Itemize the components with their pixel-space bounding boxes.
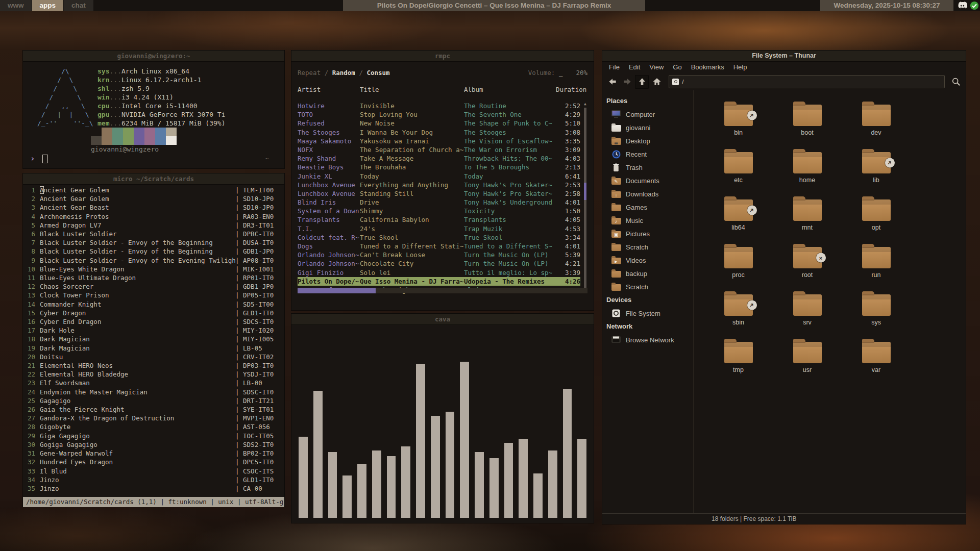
queue-row-playing[interactable]: Pilots On Dope/~Que Isso Menina - DJ Far…: [298, 277, 580, 286]
queue-row[interactable]: The StoogesI Wanna Be Your DogThe Stooge…: [298, 128, 580, 137]
queue-scrollbar[interactable]: ▲ ▼: [583, 102, 587, 294]
menu-bookmarks[interactable]: Bookmarks: [687, 62, 729, 73]
place-downloads[interactable]: ↓Downloads: [602, 187, 693, 201]
rmpc-progress-bar[interactable]: [298, 288, 587, 293]
terminal-window-title[interactable]: giovanni@wingzero:~: [23, 51, 284, 62]
editor-line: 27Gandora-X the Dragon of Destruction| M…: [27, 414, 279, 422]
queue-row[interactable]: Maaya SakamotoYakusoku wa IranaiThe Visi…: [298, 137, 580, 145]
place-recent[interactable]: Recent: [602, 147, 693, 161]
place-giovanni[interactable]: giovanni: [602, 121, 693, 134]
place-desktop[interactable]: ▃Desktop: [602, 134, 693, 147]
rmpc-modes[interactable]: Repeat / Random / Consum: [298, 68, 390, 77]
rmpc-column-headers: ArtistTitleAlbumDuration: [298, 85, 587, 94]
search-button[interactable]: [949, 75, 963, 89]
place-backup[interactable]: backup: [602, 267, 693, 280]
column-header-duration[interactable]: Duration: [556, 85, 586, 94]
folder-icon: [724, 152, 753, 173]
queue-row[interactable]: Coldcut feat. R~True SkoolTrue Skool3:34: [298, 233, 580, 242]
place-scratch[interactable]: Scratch: [602, 280, 693, 293]
place-trash[interactable]: Trash: [602, 161, 693, 174]
folder-item-lib[interactable]: ➔lib: [842, 151, 911, 198]
folder-item-root[interactable]: ×root: [773, 246, 842, 293]
folder-item-sbin[interactable]: ➔sbin: [704, 293, 773, 341]
micro-editor[interactable]: 1Ancient Gear Golem| TLM-IT002Ancient Ge…: [23, 185, 284, 497]
scrollbar-thumb[interactable]: [584, 183, 586, 200]
queue-row[interactable]: Orlando Johnson~Can't Break LooseTurn th…: [298, 251, 580, 259]
workspace-tab-www[interactable]: www: [0, 0, 32, 11]
queue-row[interactable]: Remy ShandTake A MessageThrowback Hits: …: [298, 154, 580, 163]
folder-item-etc[interactable]: etc: [704, 151, 773, 198]
queue-row[interactable]: T.I.24'sTrap Muzik4:53: [298, 224, 580, 233]
folder-item-var[interactable]: var: [842, 341, 911, 388]
back-button[interactable]: [605, 75, 619, 89]
device-file-system[interactable]: File System: [602, 307, 693, 320]
folder-item-opt[interactable]: opt: [842, 198, 911, 246]
queue-row[interactable]: Beastie BoysThe BrouhahaTo The 5 Borough…: [298, 163, 580, 171]
place-pictures[interactable]: ▣Pictures: [602, 227, 693, 240]
workspace-tab-chat[interactable]: chat: [64, 0, 93, 11]
menu-help[interactable]: Help: [729, 62, 752, 73]
mode-consum[interactable]: Consum: [366, 69, 389, 77]
scroll-up-icon[interactable]: ▲: [583, 102, 587, 107]
updates-ok-icon[interactable]: [970, 1, 979, 10]
queue-row[interactable]: Junkie XLTodayToday6:41: [298, 172, 580, 181]
column-header-title[interactable]: Title: [360, 85, 464, 94]
folder-item-sys[interactable]: sys: [842, 293, 911, 341]
folder-item-lib64[interactable]: ➔lib64: [704, 198, 773, 246]
workspace-tab-apps[interactable]: apps: [32, 0, 64, 11]
folder-item-proc[interactable]: proc: [704, 246, 773, 293]
queue-row[interactable]: DogsTuned to a Different Stati~Tuned to …: [298, 242, 580, 251]
up-button[interactable]: [635, 75, 649, 89]
palette-swatch: [123, 136, 134, 145]
folder-item-dev[interactable]: dev: [842, 104, 911, 151]
queue-row[interactable]: TOTOStop Loving YouThe Seventh One4:29: [298, 110, 580, 119]
queue-row[interactable]: NOFXThe Separation of Church a~The War o…: [298, 145, 580, 154]
micro-status-left: /home/giovanni/Scratch/cards (1,1) | ft:…: [26, 497, 264, 507]
network-browse-network[interactable]: Browse Network: [602, 333, 693, 346]
terminal-content[interactable]: /\sys...Arch Linux x86_64 / \krn...Linux…: [23, 62, 284, 164]
queue-row[interactable]: HotwireInvisibleThe Routine2:52: [298, 102, 580, 110]
folder-item-mnt[interactable]: mnt: [773, 198, 842, 246]
folder-item-run[interactable]: run: [842, 246, 911, 293]
queue-row[interactable]: TransplantsCalifornia BabylonTransplants…: [298, 215, 580, 224]
rmpc-window-title[interactable]: rmpc: [291, 51, 594, 62]
column-header-artist[interactable]: Artist: [298, 85, 360, 94]
folder-item-boot[interactable]: boot: [773, 104, 842, 151]
queue-row[interactable]: RefusedNew NoiseThe Shape of Punk to C~5…: [298, 119, 580, 128]
folder-icon: [793, 105, 822, 126]
mode-repeat[interactable]: Repeat: [298, 69, 321, 77]
menu-file[interactable]: File: [604, 62, 624, 73]
folder-label: bin: [734, 129, 743, 136]
menu-edit[interactable]: Edit: [624, 62, 645, 73]
place-games[interactable]: Games: [602, 201, 693, 214]
menu-view[interactable]: View: [645, 62, 668, 73]
folder-item-home[interactable]: home: [773, 151, 842, 198]
location-bar[interactable]: /: [669, 75, 945, 88]
queue-row[interactable]: Orlando Johnson~Chocolate CityTurn the M…: [298, 259, 580, 268]
thunar-window-title[interactable]: File System – Thunar: [602, 51, 966, 62]
rmpc-queue[interactable]: HotwireInvisibleThe Routine2:52TOTOStop …: [298, 102, 587, 294]
column-header-album[interactable]: Album: [464, 85, 556, 94]
thunar-main-area[interactable]: ➔binbootdevetchome➔lib➔lib64mntoptproc×r…: [694, 90, 966, 513]
queue-row[interactable]: Gigi FinizioSolo leiTutto il meglio: Lo …: [298, 268, 580, 277]
discord-icon[interactable]: [957, 1, 968, 10]
place-documents[interactable]: ✎Documents: [602, 174, 693, 187]
mode-random[interactable]: Random: [332, 69, 355, 77]
menu-go[interactable]: Go: [668, 62, 686, 73]
place-scratch[interactable]: Scratch: [602, 240, 693, 254]
folder-item-usr[interactable]: usr: [773, 341, 842, 388]
place-computer[interactable]: Computer: [602, 108, 693, 121]
micro-window-title[interactable]: micro ~/Scratch/cards: [23, 173, 284, 185]
forward-button[interactable]: [620, 75, 634, 89]
place-music[interactable]: ♪Music: [602, 214, 693, 227]
queue-row[interactable]: Lunchbox AvenueEverything and AnythingTo…: [298, 181, 580, 189]
queue-row[interactable]: Lunchbox AvenueStanding StillTony Hawk's…: [298, 189, 580, 198]
queue-row[interactable]: System of a DownShimmyToxicity1:50: [298, 207, 580, 215]
home-button[interactable]: [650, 75, 664, 89]
folder-item-srv[interactable]: srv: [773, 293, 842, 341]
folder-item-tmp[interactable]: tmp: [704, 341, 773, 388]
cava-window-title[interactable]: cava: [291, 314, 594, 325]
queue-row[interactable]: Blind IrisDriveTony Hawk's Underground4:…: [298, 198, 580, 207]
place-videos[interactable]: ▶Videos: [602, 254, 693, 267]
folder-item-bin[interactable]: ➔bin: [704, 104, 773, 151]
